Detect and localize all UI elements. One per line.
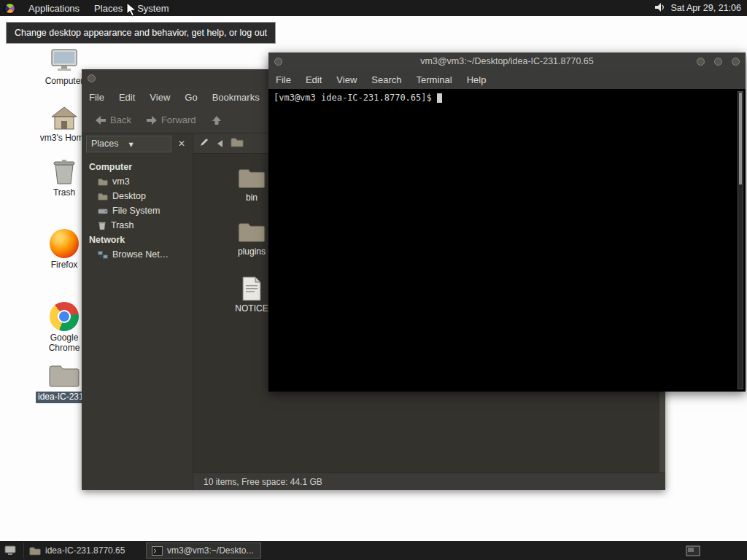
back-arrow-icon [95,115,107,125]
window-menu-button[interactable] [274,58,282,66]
system-menu-tooltip: Change desktop appearance and behavior, … [6,22,276,44]
fm-menu-file[interactable]: File [82,88,112,107]
taskbar-item-idea-folder[interactable]: idea-IC-231.8770.65 [23,542,139,559]
back-label: Back [110,114,131,125]
back-button[interactable]: Back [89,112,137,128]
term-menu-terminal[interactable]: Terminal [409,70,460,89]
terminal-scrollbar[interactable] [738,91,743,389]
maximize-button[interactable] [714,58,722,66]
fm-menu-edit[interactable]: Edit [112,88,142,107]
taskbar-item-label: idea-IC-231.8770.65 [45,545,125,556]
close-button[interactable] [732,58,740,66]
menu-applications[interactable]: Applications [21,0,87,16]
terminal-titlebar[interactable]: vm3@vm3:~/Desktop/idea-IC-231.8770.65 [268,52,746,70]
places-dropdown[interactable]: Places ▾ [86,136,171,152]
chevron-down-icon: ▾ [129,139,133,149]
menu-system[interactable]: System [130,0,176,16]
terminal-screen[interactable]: [vm3@vm3 idea-IC-231.8770.65]$ [268,89,746,392]
show-desktop-icon[interactable] [4,545,16,556]
taskbar-item-terminal[interactable]: vm3@vm3:~/Deskto... [146,542,261,559]
terminal-cursor [437,93,442,103]
panel-clock[interactable]: Sat Apr 29, 21:06 [670,3,741,13]
term-menu-view[interactable]: View [329,70,364,89]
terminal-window: vm3@vm3:~/Desktop/idea-IC-231.8770.65 Fi… [268,52,746,392]
file-manager-sidebar: Places ▾ ✕ Computer vm3 Desktop File Sys… [82,133,193,490]
sidebar-header-computer: Computer [82,160,193,174]
term-menu-edit[interactable]: Edit [298,70,329,89]
sidebar-item-trash[interactable]: Trash [82,218,193,233]
path-folder-icon[interactable] [231,137,244,150]
sidebar-item-desktop[interactable]: Desktop [82,189,193,203]
workspace-switcher[interactable] [686,545,700,556]
fm-menu-go[interactable]: Go [177,88,204,107]
path-scroll-left-icon[interactable] [217,137,223,150]
taskbar-item-label: vm3@vm3:~/Deskto... [167,545,254,556]
forward-button[interactable]: Forward [140,112,202,128]
folder-icon [98,178,108,186]
trash-icon [98,221,107,230]
places-label: Places [91,139,119,149]
menu-places[interactable]: Places [87,0,130,16]
network-icon [98,251,108,259]
terminal-prompt: [vm3@vm3 idea-IC-231.8770.65]$ [274,93,432,103]
minimize-button[interactable] [697,58,705,66]
sidebar-item-vm3[interactable]: vm3 [82,174,193,189]
sidebar-item-filesystem[interactable]: File System [82,203,193,218]
file-manager-statusbar: 10 items, Free space: 44.1 GB [193,472,665,490]
terminal-menubar: File Edit View Search Terminal Help [268,70,746,89]
term-menu-file[interactable]: File [268,70,298,89]
fm-menu-bookmarks[interactable]: Bookmarks [205,88,267,107]
fm-menu-view[interactable]: View [142,88,177,107]
drive-icon [98,207,108,215]
distro-logo-icon[interactable] [4,3,15,14]
volume-icon[interactable] [654,1,665,15]
forward-arrow-icon [146,115,158,125]
term-menu-search[interactable]: Search [364,70,409,89]
bottom-panel: idea-IC-231.8770.65 vm3@vm3:~/Deskto... [0,541,747,560]
edit-location-icon[interactable] [199,137,209,150]
up-arrow-icon [211,115,222,125]
terminal-scroll-thumb[interactable] [739,93,742,184]
window-menu-button[interactable] [88,74,96,82]
terminal-title: vm3@vm3:~/Desktop/idea-IC-231.8770.65 [268,56,746,66]
sidebar-item-browse-network[interactable]: Browse Net… [82,247,193,262]
forward-label: Forward [161,114,196,125]
sidebar-header-network: Network [82,233,193,247]
term-menu-help[interactable]: Help [460,70,494,89]
sidebar-close-icon[interactable]: ✕ [175,139,188,149]
folder-icon [29,546,41,556]
terminal-icon [152,546,163,556]
top-panel: Applications Places System Sat Apr 29, 2… [0,0,747,16]
up-button[interactable] [205,113,228,128]
folder-icon [98,192,108,201]
